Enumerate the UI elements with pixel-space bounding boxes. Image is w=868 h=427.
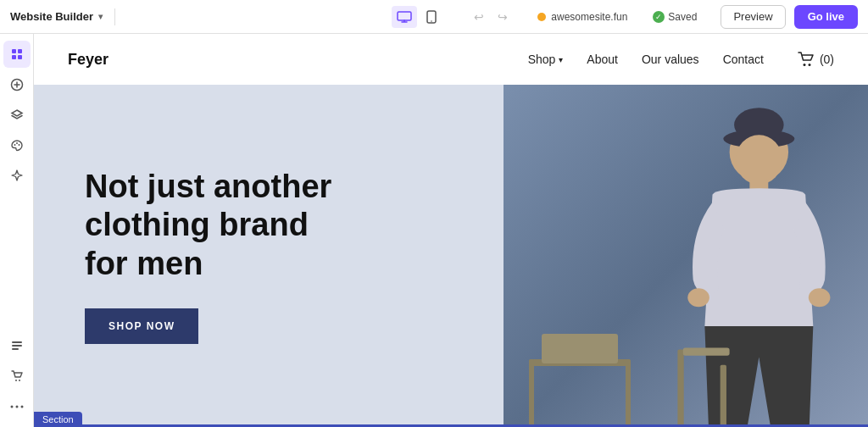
svg-point-19 [803, 64, 805, 66]
svg-point-8 [14, 144, 15, 146]
saved-badge: ✓ Saved [653, 11, 697, 23]
svg-rect-32 [529, 359, 534, 427]
hero-right [504, 85, 868, 427]
nav-shop-label: Shop [528, 53, 556, 66]
svg-point-2 [431, 20, 433, 22]
svg-rect-29 [721, 365, 726, 427]
hero-line2: clothing brand [85, 207, 309, 242]
website-preview: Feyer Shop ▾ About Our values Contact [34, 34, 868, 427]
hero-headline: Not just another clothing brand for men [85, 168, 453, 284]
cart-count: (0) [820, 53, 834, 66]
main-layout: Feyer Shop ▾ About Our values Contact [0, 34, 868, 427]
svg-rect-0 [398, 12, 411, 20]
svg-rect-13 [12, 348, 19, 350]
sidebar-icon-add[interactable] [3, 71, 31, 98]
svg-point-18 [20, 406, 23, 408]
topbar-divider [114, 8, 115, 25]
svg-rect-4 [18, 49, 22, 53]
mobile-device-button[interactable] [419, 6, 444, 28]
svg-point-17 [15, 406, 18, 408]
svg-rect-3 [12, 49, 16, 53]
saved-check-icon: ✓ [653, 11, 665, 23]
undo-button[interactable]: ↩ [468, 6, 490, 28]
svg-rect-11 [12, 341, 22, 343]
sidebar-icon-ai[interactable] [3, 163, 31, 190]
site-info: awesomesite.fun [537, 11, 627, 23]
device-switcher [392, 6, 444, 28]
brand[interactable]: Website Builder ▾ [10, 10, 103, 23]
site-url: awesomesite.fun [551, 11, 627, 23]
sidebar-icon-design[interactable] [3, 132, 31, 159]
nav-our-values[interactable]: Our values [642, 53, 699, 66]
svg-rect-30 [683, 348, 730, 356]
canvas: Feyer Shop ▾ About Our values Contact [34, 34, 868, 427]
topbar: Website Builder ▾ ↩ ↪ awesomesite.fun [0, 0, 868, 34]
person-illustration [627, 102, 860, 427]
section-label[interactable]: Section [34, 412, 82, 427]
nav-contact[interactable]: Contact [723, 53, 764, 66]
sidebar-icon-pages[interactable] [3, 41, 31, 68]
brand-label: Website Builder [10, 10, 93, 23]
chair-illustration [520, 325, 639, 427]
cart-icon [798, 52, 815, 67]
site-nav: Feyer Shop ▾ About Our values Contact [34, 34, 868, 85]
nav-about[interactable]: About [587, 53, 618, 66]
preview-button[interactable]: Preview [721, 5, 785, 29]
svg-rect-6 [18, 55, 22, 59]
svg-point-20 [808, 64, 810, 66]
sidebar-icon-more[interactable] [3, 393, 31, 420]
brand-chevron: ▾ [98, 12, 103, 21]
hero-line1: Not just another [85, 169, 331, 204]
sidebar-icon-layers[interactable] [3, 102, 31, 129]
sidebar-icon-cms[interactable] [3, 332, 31, 359]
desktop-device-button[interactable] [392, 6, 417, 28]
svg-point-27 [809, 288, 831, 307]
svg-point-16 [10, 406, 13, 408]
sidebar-icon-store[interactable] [3, 363, 31, 390]
golive-button[interactable]: Go live [794, 5, 858, 29]
shop-now-button[interactable]: SHOP NOW [85, 308, 198, 344]
nav-shop[interactable]: Shop ▾ [528, 53, 564, 66]
cart-icon-wrap[interactable]: (0) [798, 52, 834, 67]
svg-rect-5 [12, 55, 16, 59]
nav-links: Shop ▾ About Our values Contact [528, 53, 764, 66]
svg-rect-28 [677, 350, 683, 427]
hero-photo [504, 85, 868, 427]
hero-left: Not just another clothing brand for men … [34, 85, 504, 427]
svg-rect-33 [626, 359, 631, 427]
svg-point-15 [19, 380, 20, 381]
svg-point-9 [16, 142, 18, 144]
site-status-dot [537, 13, 546, 21]
redo-button[interactable]: ↪ [492, 6, 514, 28]
svg-rect-34 [542, 334, 618, 363]
svg-point-26 [687, 288, 709, 307]
undo-redo-group: ↩ ↪ [468, 6, 514, 28]
svg-point-14 [15, 380, 17, 381]
section-label-text: Section [42, 414, 74, 424]
shop-dropdown-icon: ▾ [559, 55, 563, 64]
hero-line3: for men [85, 246, 203, 281]
svg-point-10 [18, 144, 19, 146]
sidebar [0, 34, 34, 427]
hero-section: Not just another clothing brand for men … [34, 85, 868, 427]
saved-label: Saved [668, 11, 697, 23]
site-logo: Feyer [68, 51, 108, 69]
svg-point-24 [736, 135, 782, 184]
svg-rect-12 [12, 345, 22, 347]
